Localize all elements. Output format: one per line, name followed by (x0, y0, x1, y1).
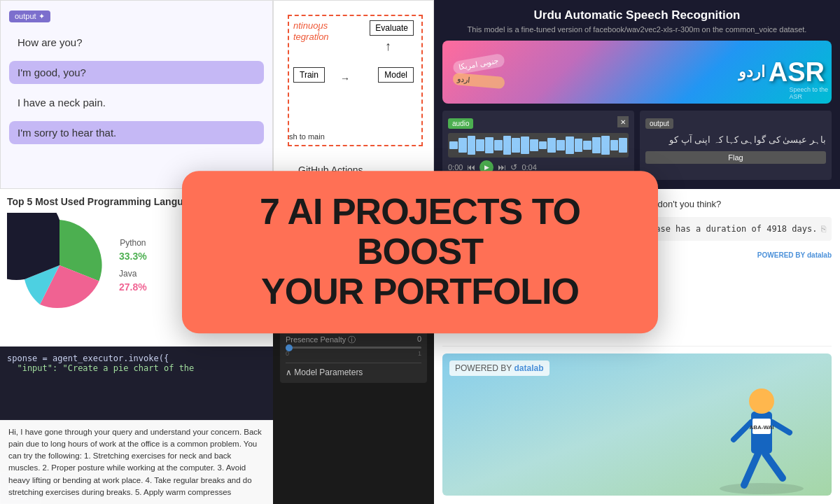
arrow-down-eval: ↑ (385, 39, 391, 54)
time-start: 0:00 (448, 163, 463, 172)
close-audio-btn[interactable]: ✕ (617, 116, 629, 127)
svg-line-3 (744, 454, 758, 485)
waveform-bar (476, 139, 484, 151)
athlete-image-area: ABA-WAI POWERED BY datalab (442, 354, 832, 496)
waveform-bar (530, 139, 538, 151)
output-badge: output ✦ (9, 10, 50, 22)
presence-slider-thumb[interactable] (286, 344, 293, 351)
svg-line-5 (734, 422, 751, 440)
svg-point-0 (720, 483, 804, 494)
urdu-stickers: جنوبی امریکا اردو (453, 57, 505, 87)
presence-slider-track[interactable] (286, 346, 421, 349)
waveform-bar (512, 138, 520, 152)
audio-panel: audio ✕ (442, 111, 634, 180)
banner-title-line2: YOUR PORTFOLIO (217, 272, 623, 312)
copy-icon[interactable]: ⎘ (821, 223, 826, 235)
banner-title-line1: 7 AI PROJECTS TO BOOST (217, 192, 623, 272)
push-text: sh to main (289, 132, 325, 141)
evaluate-box: Evaluate (370, 20, 414, 36)
waveform-bar (503, 136, 512, 155)
java-label: Java (119, 269, 147, 279)
svg-point-2 (749, 388, 774, 414)
flag-button[interactable]: Flag (645, 151, 826, 164)
output-panel: output باہر عیسیٰ کی گواہی کہا کہ اپنی آ… (640, 111, 832, 180)
pie-chart (7, 213, 112, 318)
presence-label: Presence Penalty ⓘ 0 (286, 335, 421, 345)
waveform-bar (592, 137, 601, 153)
pie-svg (7, 213, 112, 318)
doctor-chat-overlay: Hi, I have gone through your query and u… (0, 420, 273, 505)
waveform-bar (485, 137, 493, 153)
audio-badge: audio (448, 118, 473, 129)
urdu-subtitle: This model is a fine-tuned version of fa… (442, 25, 832, 34)
model-params-header[interactable]: ∧ Model Parameters (286, 363, 421, 377)
code-line-1: sponse = agent_executor.invoke({ (7, 354, 266, 363)
waveform-bars (448, 133, 629, 158)
chart-legend: Python 33.3% Java 27.8% (119, 238, 147, 293)
waveform-bar (547, 138, 556, 153)
powered-by-bottom: POWERED BY datalab (449, 360, 550, 376)
code-line-2: "input": "Create a pie chart of the (7, 363, 266, 373)
asr-brand: اردو ASR (738, 57, 825, 88)
sql-bottom: ABA-WAI POWERED BY datalab (442, 346, 832, 496)
waveform-bar (556, 140, 565, 151)
urdu-asr-label: اردو (738, 63, 765, 81)
presence-penalty-slider: Presence Penalty ⓘ 0 01 (286, 335, 421, 357)
diagram-content: ntinuous tegration Evaluate Train Model … (281, 8, 426, 181)
asr-sublabel: Speech to theASR (789, 86, 828, 100)
main-banner: 7 AI PROJECTS TO BOOST YOUR PORTFOLIO (182, 171, 658, 333)
sticker-1: جنوبی امریکا (452, 53, 505, 76)
sticker-2: اردو (452, 73, 505, 89)
svg-text:ABA-WAI: ABA-WAI (749, 424, 774, 430)
integration-label: tegration (293, 31, 329, 42)
waveform-bar (601, 136, 610, 155)
urdu-output-text: باہر عیسیٰ کی گواہی کہا کہ اپنی آپ کو (645, 133, 826, 147)
waveform-bar (575, 139, 583, 152)
python-label: Python (119, 238, 147, 248)
presence-range: 01 (286, 350, 421, 357)
waveform-bar (468, 136, 476, 154)
urdu-panel: Urdu Automatic Speech Recognition This m… (434, 0, 840, 189)
waveform-bar (521, 136, 529, 154)
waveform-bar (449, 141, 458, 150)
waveform-bar (583, 141, 592, 150)
continuous-label: ntinuous (293, 20, 328, 31)
asr-text: ASR (769, 57, 825, 88)
train-box: Train (293, 67, 325, 83)
python-pct: 33.3% (119, 251, 147, 262)
athlete-svg: ABA-WAI (692, 370, 832, 496)
waveform-bar (458, 138, 467, 152)
time-end: 0:04 (522, 163, 536, 172)
svg-line-6 (772, 422, 790, 433)
waveform-bar (494, 140, 503, 150)
waveform-bar (566, 136, 574, 155)
svg-line-4 (765, 454, 783, 478)
urdu-bottom-panels: audio ✕ (442, 111, 832, 180)
output-badge-urdu: output (645, 118, 673, 129)
waveform-bar (610, 140, 619, 151)
chat-panel: output ✦ How are you? I'm good, you? I h… (0, 0, 273, 189)
chat-message-2: I'm good, you? (9, 61, 264, 84)
diagram-panel: ntinuous tegration Evaluate Train Model … (273, 0, 434, 189)
model-box: Model (378, 67, 414, 83)
chat-message-4: I'm sorry to hear that. (9, 121, 264, 144)
urdu-title: Urdu Automatic Speech Recognition (442, 8, 832, 22)
arrow-right: → (340, 73, 350, 84)
waveform-bar (539, 141, 547, 150)
chat-message-1: How are you? (9, 31, 264, 54)
waveform-bar (619, 138, 627, 152)
urdu-image: جنوبی امریکا اردو اردو ASR Speech to the… (442, 41, 832, 104)
chat-message-3: I have a neck pain. (9, 91, 264, 114)
waveform (448, 133, 629, 158)
arrow-up-dashed: ↑ (316, 25, 321, 38)
doctor-chat-text: Hi, I have gone through your query and u… (8, 426, 265, 499)
powered-by-top: POWERED BY datalab (757, 251, 832, 259)
java-pct: 27.8% (119, 281, 147, 293)
